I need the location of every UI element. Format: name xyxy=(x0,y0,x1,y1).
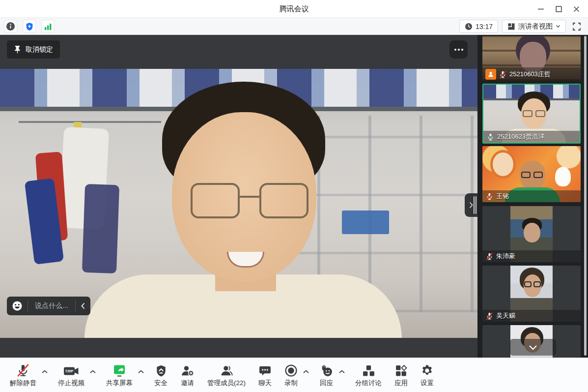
apps-label: 应用 xyxy=(394,379,408,388)
thumb-person-glasses xyxy=(535,110,545,117)
meeting-time: 13:17 xyxy=(476,23,493,30)
security-button[interactable]: 安全 xyxy=(150,362,171,388)
chevron-right-icon xyxy=(469,202,474,209)
participant-name: 25210603庄哲 xyxy=(509,70,551,79)
signal-bars-icon xyxy=(44,23,52,30)
audio-options-chevron[interactable] xyxy=(40,367,49,376)
thumb-person-face xyxy=(524,223,540,242)
settings-label: 设置 xyxy=(420,379,434,388)
quick-toolbar: 13:17 演讲者视图 xyxy=(0,18,588,35)
microphone-muted-icon xyxy=(485,312,494,320)
record-label: 录制 xyxy=(284,379,298,388)
chat-placeholder[interactable]: 说点什么... xyxy=(28,302,75,310)
share-screen-label: 共享屏幕 xyxy=(106,379,133,388)
thumb-lion-decoration xyxy=(490,150,516,179)
scroll-participants-down-button[interactable] xyxy=(510,339,556,356)
microphone-muted-icon xyxy=(499,70,507,79)
info-icon xyxy=(6,22,15,31)
unmute-button[interactable]: 解除静音 xyxy=(6,362,40,388)
invite-person-icon xyxy=(180,362,195,377)
reactions-hand-smiley-icon xyxy=(319,362,334,377)
members-icon xyxy=(220,362,234,377)
thumb-person-glasses xyxy=(524,281,532,287)
panel-drag-grip[interactable] xyxy=(474,196,476,214)
quick-chat-bar[interactable]: 说点什么... xyxy=(7,297,90,315)
reactions-options-chevron[interactable] xyxy=(337,367,346,376)
scene-clothes-rail xyxy=(19,121,161,123)
record-options-chevron[interactable] xyxy=(302,367,310,376)
main-stage: 取消锁定 说点什么... xyxy=(0,35,477,358)
security-level-button[interactable] xyxy=(23,20,36,33)
maximize-icon xyxy=(556,6,562,12)
participant-name: 吴天赐 xyxy=(496,311,515,320)
participant-tile[interactable]: 王铭 xyxy=(482,146,581,202)
scene-clothes xyxy=(82,184,119,273)
apps-button[interactable]: 应用 xyxy=(391,362,412,388)
breakout-rooms-label: 分组讨论 xyxy=(355,379,382,388)
camera-720p-icon: 720P xyxy=(63,362,80,377)
quickbar-right: 13:17 演讲者视图 xyxy=(459,20,583,33)
maximize-button[interactable] xyxy=(550,0,567,18)
clock-icon xyxy=(465,23,473,30)
fullscreen-button[interactable] xyxy=(570,20,583,33)
meeting-info-button[interactable] xyxy=(4,20,17,33)
breakout-rooms-icon xyxy=(362,362,375,377)
microphone-muted-icon xyxy=(485,192,494,201)
unlock-pin-button[interactable]: 取消锁定 xyxy=(7,40,60,59)
manage-members-label: 管理成员(22) xyxy=(207,379,246,388)
chat-label: 聊天 xyxy=(258,379,272,388)
window-title: 腾讯会议 xyxy=(0,0,588,18)
manage-members-button[interactable]: 管理成员(22) xyxy=(203,362,250,388)
shield-plus-icon xyxy=(25,22,34,31)
profile-badge-icon xyxy=(485,69,496,80)
apps-grid-icon xyxy=(394,362,408,377)
invite-label: 邀请 xyxy=(181,379,194,388)
unlock-label: 取消锁定 xyxy=(26,45,53,54)
share-options-chevron[interactable] xyxy=(137,367,145,376)
participant-tile[interactable]: 朱沛豪 xyxy=(482,206,581,262)
breakout-rooms-button[interactable]: 分组讨论 xyxy=(351,362,386,388)
collapse-chat-button[interactable] xyxy=(76,297,90,315)
chat-bubble-icon xyxy=(258,362,272,377)
meeting-timer[interactable]: 13:17 xyxy=(459,20,498,33)
share-screen-button[interactable]: 共享屏幕 xyxy=(102,362,137,388)
unmute-label: 解除静音 xyxy=(10,379,36,388)
participants-sidebar: 25210603庄哲 25210623贾浩洋 xyxy=(477,35,588,358)
sidebar-scrollbar[interactable] xyxy=(584,36,587,356)
close-button[interactable] xyxy=(567,0,585,18)
thumb-person-glasses xyxy=(523,110,532,117)
participant-tile[interactable]: 25210603庄哲 xyxy=(482,36,581,81)
quickbar-left xyxy=(4,20,55,33)
settings-gear-icon xyxy=(420,362,434,377)
participant-tile-active-speaker[interactable]: 25210623贾浩洋 xyxy=(482,84,581,144)
fullscreen-icon xyxy=(572,22,581,31)
network-quality-button[interactable] xyxy=(41,20,55,33)
microphone-on-icon xyxy=(486,133,495,141)
close-icon xyxy=(573,6,580,12)
stop-video-button[interactable]: 720P 停止视频 xyxy=(54,362,88,388)
microphone-muted-icon xyxy=(485,252,494,261)
smiley-icon xyxy=(12,301,23,311)
participant-name: 王铭 xyxy=(496,192,509,201)
emoji-button[interactable] xyxy=(7,297,28,315)
invite-button[interactable]: 邀请 xyxy=(176,362,198,388)
chat-button[interactable]: 聊天 xyxy=(254,362,276,388)
participant-name: 25210623贾浩洋 xyxy=(497,132,545,141)
video-options-chevron[interactable] xyxy=(88,367,97,376)
more-options-button[interactable] xyxy=(449,40,468,59)
security-shield-icon xyxy=(155,362,168,377)
participant-name-row: 25210623贾浩洋 xyxy=(483,131,580,143)
person-glasses xyxy=(259,183,308,218)
minimize-button[interactable] xyxy=(532,0,550,18)
settings-button[interactable]: 设置 xyxy=(417,362,438,388)
person-glasses-bridge xyxy=(239,196,260,198)
view-mode-dropdown[interactable]: 演讲者视图 xyxy=(502,20,566,33)
participant-name-row: 吴天赐 xyxy=(482,310,581,322)
participant-tile[interactable]: 吴天赐 xyxy=(482,266,581,322)
reactions-button[interactable]: 回应 xyxy=(315,362,337,388)
participant-name: 朱沛豪 xyxy=(496,252,515,261)
camera-resolution-badge: 720P xyxy=(65,369,74,373)
security-label: 安全 xyxy=(154,379,168,388)
record-button[interactable]: 录制 xyxy=(280,362,302,388)
reactions-label: 回应 xyxy=(320,379,333,388)
